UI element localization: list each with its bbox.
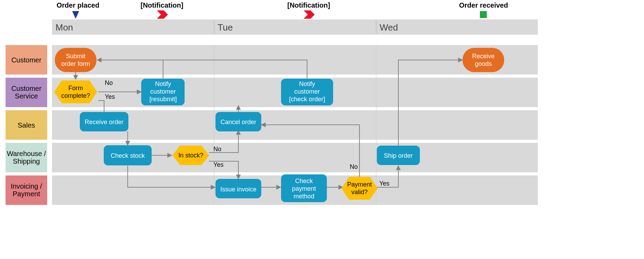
node-in-stock-label: In stock? [178,152,203,159]
lane-warehouse-label2: Shipping [13,157,40,165]
milestone-notification2-label: [Notification] [287,1,330,9]
milestone-order-received-label: Order received [459,1,508,9]
node-form-complete-l1: Form [68,85,83,92]
node-payment-valid-l1: Payment [347,181,372,188]
lane-sales-label: Sales [18,121,35,129]
label-instock-no: No [213,146,221,153]
lane-customer-label: Customer [11,56,42,64]
timeline-bar [52,19,538,35]
label-formq-yes: Yes [105,93,115,100]
milestone-notification1-label: [Notification] [141,1,183,9]
node-payment-valid [341,177,378,200]
node-receive-goods-l1: Receive [472,53,494,60]
notification2-icon [304,10,315,19]
order-placed-icon [72,11,79,19]
node-notify-resubmit-l3: [resubmit] [149,96,177,103]
node-check-payment-l1: Check [295,178,313,184]
node-ship-order-label: Ship order [384,152,413,159]
node-payment-valid-l2: valid? [351,189,367,196]
node-check-payment-l2: payment [292,185,316,192]
label-instock-yes: Yes [213,161,223,168]
lane-invoicing-label2: Payment [13,190,40,198]
node-cancel-order-label: Cancel order [220,119,256,126]
node-submit-order [55,48,96,72]
label-formq-no: No [105,79,113,86]
node-submit-order-l1: Submit [66,53,85,60]
lane-service-label2: Service [15,92,38,100]
node-issue-invoice-label: Issue invoice [220,186,256,193]
label-valid-no: No [350,163,358,170]
notification1-icon [157,10,168,19]
lane-service-label1: Customer [11,85,42,92]
node-notify-resubmit-l1: Notify [155,80,171,87]
node-receive-goods-l2: goods [475,60,492,67]
node-submit-order-l2: order form [61,60,90,67]
day-mon: Mon [56,22,73,33]
node-form-complete-l2: complete? [61,92,90,99]
swimlane-diagram: Mon Tue Wed Order placed [Notification] … [0,0,644,259]
node-notify-resubmit-l2: customer [150,88,176,95]
node-form-complete [54,80,97,103]
node-notify-check-l3: [check order] [289,96,325,103]
node-check-payment-l3: method [294,193,314,200]
node-notify-check-l1: Notify [299,80,315,87]
lane-warehouse-label1: Warehouse / [7,150,46,157]
node-check-stock-label: Check stock [111,152,145,159]
milestone-order-placed-label: Order placed [57,1,99,9]
day-wed: Wed [380,22,398,33]
node-receive-order-label: Receive order [85,119,124,126]
node-notify-check-l2: customer [294,88,320,95]
label-valid-yes: Yes [379,180,389,187]
lane-invoicing-label1: Invoicing / [11,182,42,190]
order-received-icon [480,11,487,18]
node-receive-goods [463,48,504,72]
day-tue: Tue [218,22,233,33]
